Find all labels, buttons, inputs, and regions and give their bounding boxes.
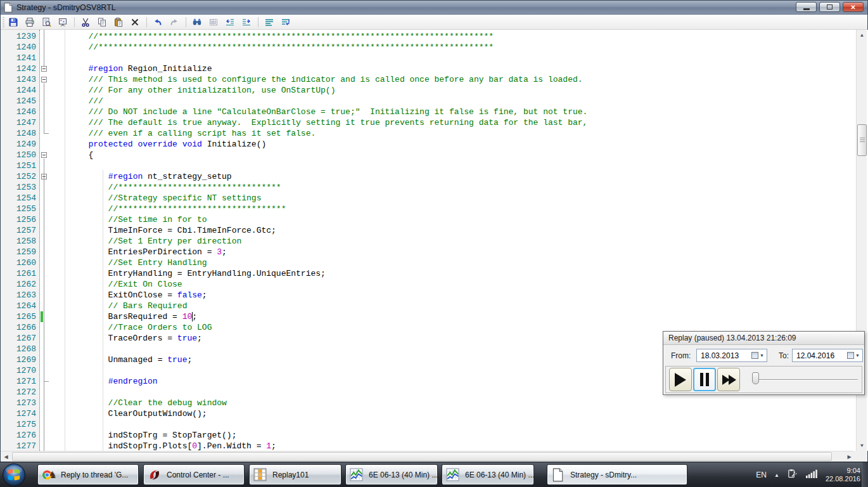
chrome-knight-icon: ♞ <box>42 468 57 482</box>
vertical-scroll-thumb[interactable] <box>857 124 867 156</box>
taskbar-item-6e-06-13-40-min[interactable]: 6E 06-13 (40 Min) ... <box>442 464 534 485</box>
code-line-1277[interactable]: 1277 indStopTrg.Plots[0].Pen.Width = 1; <box>1 441 868 451</box>
toolbar-grip[interactable] <box>3 17 4 27</box>
scroll-down-arrow[interactable]: ▼ <box>857 440 867 451</box>
fold-connector-line <box>44 180 44 381</box>
fold-collapse-box[interactable] <box>41 77 47 82</box>
code-line-1249[interactable]: 1249 protected override void Initialize(… <box>1 139 868 150</box>
start-button[interactable] <box>2 463 26 487</box>
code-line-1255[interactable]: 1255 //*********************************… <box>1 204 868 214</box>
show-desktop-button[interactable] <box>862 462 868 487</box>
pause-button[interactable] <box>693 368 716 391</box>
code-line-1245[interactable]: 1245 /// <box>1 96 868 107</box>
code-line-1247[interactable]: 1247 /// The default is true anyway. Exp… <box>1 117 868 128</box>
code-line-1262[interactable]: 1262 //Exit On Close <box>1 279 868 290</box>
scroll-left-arrow[interactable]: ◀ <box>1 451 11 462</box>
code-line-1242[interactable]: 1242 #region Region_Initialize <box>1 63 868 74</box>
code-line-1253[interactable]: 1253 //********************************* <box>1 182 868 193</box>
toolbar-separator <box>146 17 147 27</box>
code-line-1261[interactable]: 1261 EntryHandling = EntryHandling.Uniqu… <box>1 268 868 279</box>
print-icon[interactable] <box>23 16 36 29</box>
code-line-1254[interactable]: 1254 //Strategy specific NT settings <box>1 193 868 204</box>
code-line-1259[interactable]: 1259 EntriesPerDirection = 3; <box>1 247 868 257</box>
fast-forward-button[interactable] <box>717 368 740 391</box>
code-line-1263[interactable]: 1263 ExitOnClose = false; <box>1 290 868 301</box>
clipboard-plug-icon[interactable] <box>787 469 798 482</box>
code-text: ExitOnClose = false; <box>49 290 207 301</box>
titlebar[interactable]: Strategy - sDmitryOSV8RTL ✕ <box>1 1 867 15</box>
code-line-1240[interactable]: 1240 //*********************************… <box>1 42 868 53</box>
code-line-1252[interactable]: 1252 #region nt_strategy_setup <box>1 171 868 182</box>
code-line-1258[interactable]: 1258 //Set 1 Entry per direction <box>1 236 868 247</box>
code-text: //Set Entry Handling <box>49 257 207 268</box>
code-line-1241[interactable]: 1241 <box>1 53 868 63</box>
word-wrap-icon[interactable] <box>279 16 292 29</box>
language-indicator[interactable]: EN <box>756 471 767 479</box>
delete-icon[interactable] <box>129 16 141 29</box>
line-number: 1244 <box>1 85 36 96</box>
line-number: 1252 <box>1 171 36 182</box>
taskbar-item-6e-06-13-40-min[interactable]: 6E 06-13 (40 Min) ... <box>345 464 438 485</box>
minimize-button[interactable] <box>796 2 817 12</box>
to-date-field[interactable]: 12.04.2016 ▼ <box>792 349 863 362</box>
code-text: ClearOutputWindow(); <box>49 408 207 419</box>
taskbar-item-control-center[interactable]: Control Center - ... <box>143 464 245 485</box>
code-line-1257[interactable]: 1257 TimeInForce = Cbi.TimeInForce.Gtc; <box>1 225 868 236</box>
code-line-1248[interactable]: 1248 /// even if a calling script has it… <box>1 128 868 139</box>
code-line-1244[interactable]: 1244 /// For any other initializatilon, … <box>1 85 868 96</box>
taskbar-item-strategy-sdmitry[interactable]: Strategy - sDmitry... <box>547 464 687 485</box>
design-board-icon[interactable] <box>56 16 69 29</box>
line-number: 1253 <box>1 182 36 193</box>
signal-bars-icon[interactable] <box>805 469 818 481</box>
align-lines-icon[interactable] <box>263 16 276 29</box>
window-document-icon <box>3 3 13 13</box>
find-icon[interactable] <box>191 16 203 29</box>
code-line-1260[interactable]: 1260 //Set Entry Handling <box>1 257 868 268</box>
outdent-icon[interactable] <box>224 16 236 29</box>
speed-slider-thumb[interactable] <box>752 372 759 384</box>
save-icon[interactable] <box>7 16 20 29</box>
hidden-icons-arrow[interactable]: ▲ <box>774 472 779 478</box>
line-number: 1241 <box>1 53 36 63</box>
code-line-1264[interactable]: 1264 // Bars Required <box>1 301 868 311</box>
paste-icon[interactable] <box>112 16 125 29</box>
scroll-up-arrow[interactable]: ▲ <box>857 30 867 41</box>
from-calendar-dropdown[interactable]: ▼ <box>750 351 765 360</box>
code-line-1275[interactable]: 1275 <box>1 419 868 430</box>
code-line-1256[interactable]: 1256 //Set time in for to <box>1 214 868 225</box>
code-line-1246[interactable]: 1246 /// Do NOT include a line "Calculat… <box>1 107 868 117</box>
code-line-1265[interactable]: 1265 BarsRequired = 10; <box>1 311 868 322</box>
fold-collapse-box[interactable] <box>41 152 47 158</box>
code-line-1251[interactable]: 1251 <box>1 160 868 171</box>
speed-slider-track[interactable] <box>755 379 858 380</box>
replay-panel-title[interactable]: Replay (paused) 13.04.2013 21:26:09 <box>663 332 864 345</box>
taskbar-item-reply-to-thread-g[interactable]: ♞Reply to thread 'G... <box>37 464 139 485</box>
play-button[interactable] <box>669 368 692 391</box>
restore-button[interactable] <box>819 2 840 12</box>
code-line-1243[interactable]: 1243 /// This method is used to configur… <box>1 74 868 85</box>
line-number: 1245 <box>1 96 36 107</box>
indent-icon[interactable] <box>240 16 253 29</box>
print-preview-icon[interactable] <box>40 16 53 29</box>
redo-icon[interactable] <box>168 16 181 29</box>
code-line-1273[interactable]: 1273 //Clear the debug window <box>1 398 868 408</box>
from-date-field[interactable]: 18.03.2013 ▼ <box>696 349 767 362</box>
cut-icon[interactable] <box>79 16 92 29</box>
to-calendar-dropdown[interactable]: ▼ <box>846 351 861 360</box>
line-number: 1265 <box>1 311 36 322</box>
undo-icon[interactable] <box>151 16 164 29</box>
horizontal-scroll-thumb[interactable] <box>12 452 832 461</box>
code-line-1239[interactable]: 1239 //*********************************… <box>1 31 868 42</box>
code-line-1250[interactable]: 1250 { <box>1 150 868 160</box>
pause-icon <box>700 373 709 386</box>
code-line-1274[interactable]: 1274 ClearOutputWindow(); <box>1 408 868 419</box>
horizontal-scrollbar[interactable]: ◀ ▶ <box>1 451 855 462</box>
clock[interactable]: 9:04 22.08.2016 <box>826 467 860 483</box>
grid-panel-icon[interactable] <box>207 16 220 29</box>
copy-icon[interactable] <box>96 16 108 29</box>
fold-collapse-box[interactable] <box>41 66 47 72</box>
taskbar-item-replay101[interactable]: Replay101 <box>249 464 341 485</box>
line-number: 1259 <box>1 247 36 257</box>
code-line-1276[interactable]: 1276 indStopTrg = StopTarget(); <box>1 430 868 441</box>
close-button[interactable]: ✕ <box>843 2 864 12</box>
